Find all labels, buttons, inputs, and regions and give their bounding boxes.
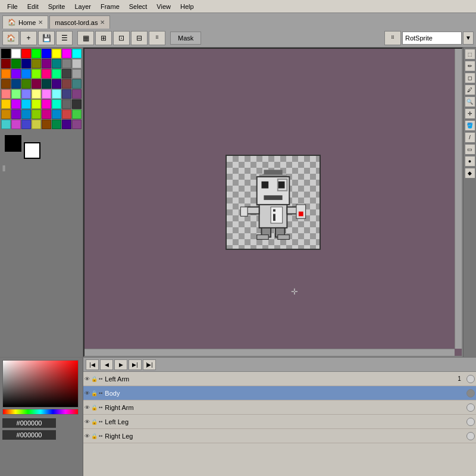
layer-visibility-3[interactable]: 👁: [84, 419, 90, 425]
tool-line[interactable]: /: [465, 132, 475, 143]
tool-marquee[interactable]: ⬚: [465, 49, 475, 60]
color-cell-51[interactable]: [32, 109, 41, 119]
color-cell-43[interactable]: [32, 99, 41, 109]
tab-mascot-close[interactable]: ✕: [100, 19, 105, 26]
menu-view[interactable]: View: [152, 2, 176, 11]
layer-link-3[interactable]: ••: [99, 419, 102, 425]
color-cell-11[interactable]: [32, 59, 41, 68]
color-cell-23[interactable]: [72, 69, 82, 79]
color-cell-19[interactable]: [32, 69, 41, 79]
color-cell-26[interactable]: [21, 79, 31, 89]
color-cell-3[interactable]: [32, 49, 41, 58]
color-cell-63[interactable]: [72, 120, 82, 129]
color-cell-36[interactable]: [42, 89, 51, 99]
color-cell-6[interactable]: [62, 49, 71, 58]
color-cell-52[interactable]: [42, 109, 51, 119]
tool-eyedropper[interactable]: 🖊: [465, 84, 475, 95]
layer-dot-2[interactable]: [466, 403, 475, 412]
layer-lock-2[interactable]: 🔒: [91, 405, 98, 411]
menu-select[interactable]: Select: [124, 2, 152, 11]
color-cell-13[interactable]: [52, 59, 61, 68]
fg-bg-indicator[interactable]: [5, 135, 40, 159]
layer-row-2[interactable]: 👁 🔒 •• Right Arm: [83, 400, 476, 415]
layer-row-1[interactable]: 👁 🔒 •• Body: [83, 386, 476, 400]
layer-dot-4[interactable]: [466, 432, 475, 440]
play-prev[interactable]: ◀: [100, 359, 113, 370]
foreground-hex[interactable]: #000000: [2, 418, 56, 428]
menu-file[interactable]: File: [2, 2, 23, 11]
color-cell-7[interactable]: [72, 49, 82, 58]
color-cell-38[interactable]: [62, 89, 71, 99]
color-cell-60[interactable]: [42, 120, 51, 129]
bg-color-box[interactable]: [24, 142, 40, 159]
tool-opacity[interactable]: ⠿: [384, 31, 401, 45]
color-cell-61[interactable]: [52, 120, 61, 129]
tab-mascot[interactable]: mascot-lord.as ✕: [49, 15, 110, 29]
color-cell-15[interactable]: [72, 59, 82, 68]
color-cell-9[interactable]: [11, 59, 21, 68]
color-cell-54[interactable]: [62, 109, 71, 119]
color-cell-21[interactable]: [52, 69, 61, 79]
color-cell-44[interactable]: [42, 99, 51, 109]
layer-row-0[interactable]: 👁 🔒 •• Left Arm 1: [83, 372, 476, 386]
mask-button[interactable]: Mask: [170, 32, 201, 45]
menu-help[interactable]: Help: [176, 2, 199, 11]
layer-link-0[interactable]: ••: [99, 376, 102, 382]
layer-link-1[interactable]: ••: [99, 390, 102, 396]
color-cell-2[interactable]: [21, 49, 31, 58]
color-cell-58[interactable]: [21, 120, 31, 129]
color-cell-18[interactable]: [21, 69, 31, 79]
layer-row-4[interactable]: 👁 🔒 •• Right Leg: [83, 429, 476, 443]
tool-zoom[interactable]: 🔍: [465, 96, 475, 107]
tool-grid2[interactable]: ⊞: [95, 31, 112, 45]
tab-home-close[interactable]: ✕: [38, 19, 43, 26]
tool-move[interactable]: ✛: [465, 108, 475, 119]
layer-visibility-4[interactable]: 👁: [84, 433, 90, 439]
play-next[interactable]: ▶: [114, 359, 127, 370]
color-cell-31[interactable]: [72, 79, 82, 89]
tool-eraser[interactable]: ◻: [465, 73, 475, 83]
play-last[interactable]: |▶|: [143, 359, 156, 370]
color-cell-17[interactable]: [11, 69, 21, 79]
tool-fill[interactable]: ●: [465, 156, 475, 167]
layer-visibility-2[interactable]: 👁: [84, 405, 90, 411]
layer-dot-0[interactable]: [466, 375, 475, 383]
color-cell-14[interactable]: [62, 59, 71, 68]
color-cell-40[interactable]: [1, 99, 11, 109]
color-cell-33[interactable]: [11, 89, 21, 99]
layer-dot-3[interactable]: [466, 418, 475, 426]
layer-lock-4[interactable]: 🔒: [91, 433, 98, 439]
color-cell-32[interactable]: [1, 89, 11, 99]
color-gradient[interactable]: [2, 360, 79, 408]
color-cell-53[interactable]: [52, 109, 61, 119]
layer-lock-3[interactable]: 🔒: [91, 419, 98, 425]
menu-frame[interactable]: Frame: [96, 2, 124, 11]
color-cell-34[interactable]: [21, 89, 31, 99]
rot-sprite-input[interactable]: [402, 32, 462, 45]
color-cell-45[interactable]: [52, 99, 61, 109]
tool-menu[interactable]: ☰: [56, 31, 73, 45]
color-cell-10[interactable]: [21, 59, 31, 68]
tool-paint[interactable]: 🪣: [465, 120, 475, 131]
layer-visibility-0[interactable]: 👁: [84, 376, 90, 382]
menu-edit[interactable]: Edit: [23, 2, 43, 11]
color-cell-28[interactable]: [42, 79, 51, 89]
color-cell-22[interactable]: [62, 69, 71, 79]
color-cell-37[interactable]: [52, 89, 61, 99]
layer-lock-0[interactable]: 🔒: [91, 376, 98, 382]
color-cell-35[interactable]: [32, 89, 41, 99]
tool-add[interactable]: +: [20, 31, 37, 45]
color-cell-62[interactable]: [62, 120, 71, 129]
rot-sprite-arrow[interactable]: ▼: [463, 32, 474, 45]
tool-grid3[interactable]: ⊡: [113, 31, 130, 45]
layer-visibility-1[interactable]: 👁: [84, 390, 90, 396]
layer-link-4[interactable]: ••: [99, 433, 102, 439]
color-cell-57[interactable]: [11, 120, 21, 129]
color-cell-47[interactable]: [72, 99, 82, 109]
tool-grid1[interactable]: ▦: [77, 31, 94, 45]
color-cell-1[interactable]: [11, 49, 21, 58]
background-hex[interactable]: #000000: [2, 430, 56, 440]
color-cell-48[interactable]: [1, 109, 11, 119]
color-cell-30[interactable]: [62, 79, 71, 89]
color-cell-42[interactable]: [21, 99, 31, 109]
